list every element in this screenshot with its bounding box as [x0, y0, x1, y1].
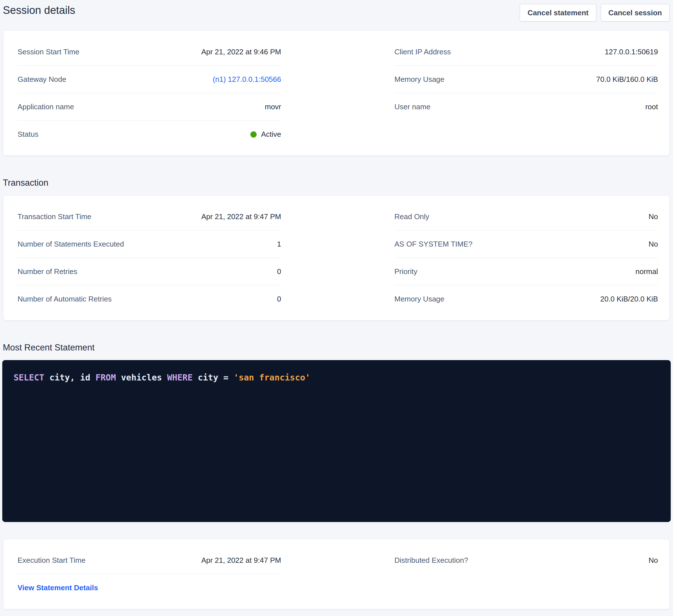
statements-executed-label: Number of Statements Executed	[18, 240, 124, 249]
gateway-node-link[interactable]: (n1) 127.0.0.1:50566	[213, 75, 281, 84]
transaction-card-right-column: Read Only No AS OF SYSTEM TIME? No Prior…	[395, 203, 658, 313]
cancel-statement-button[interactable]: Cancel statement	[520, 4, 596, 21]
automatic-retries-label: Number of Automatic Retries	[18, 295, 111, 303]
statements-executed-value: 1	[277, 240, 281, 249]
transaction-section-heading: Transaction	[3, 178, 673, 188]
execution-start-time-label: Execution Start Time	[18, 556, 85, 565]
page-header: Session details Cancel statement Cancel …	[0, 0, 673, 31]
status-label: Status	[18, 130, 38, 139]
sql-table-name: vehicles	[116, 372, 167, 382]
distributed-execution-value: No	[649, 556, 658, 565]
status-active-text: Active	[261, 130, 281, 139]
transaction-start-time-row: Transaction Start Time Apr 21, 2022 at 9…	[18, 203, 281, 231]
transaction-start-time-value: Apr 21, 2022 at 9:47 PM	[201, 212, 281, 221]
status-active-dot-icon	[250, 131, 257, 137]
sql-columns: city, id	[44, 372, 95, 382]
view-statement-details-row: View Statement Details	[18, 574, 281, 602]
user-name-label: User name	[395, 102, 431, 111]
read-only-row: Read Only No	[395, 203, 658, 231]
session-start-time-value: Apr 21, 2022 at 9:46 PM	[201, 48, 281, 56]
distributed-execution-label: Distributed Execution?	[395, 556, 468, 565]
as-of-system-time-row: AS OF SYSTEM TIME? No	[395, 231, 658, 258]
transaction-memory-usage-row: Memory Usage 20.0 KiB/20.0 KiB	[395, 285, 658, 313]
client-ip-value: 127.0.0.1:50619	[605, 48, 658, 56]
sql-condition: city =	[193, 372, 234, 382]
application-name-value: movr	[265, 102, 281, 111]
user-name-row: User name root	[395, 93, 658, 120]
session-card-right-column: Client IP Address 127.0.0.1:50619 Memory…	[395, 38, 658, 148]
client-ip-row: Client IP Address 127.0.0.1:50619	[395, 38, 658, 66]
application-name-row: Application name movr	[18, 93, 281, 120]
session-memory-usage-label: Memory Usage	[395, 75, 444, 84]
gateway-node-label: Gateway Node	[18, 75, 66, 84]
session-card-left-column: Session Start Time Apr 21, 2022 at 9:46 …	[18, 38, 281, 148]
read-only-value: No	[649, 212, 658, 221]
session-memory-usage-value: 70.0 KiB/160.0 KiB	[596, 75, 658, 84]
user-name-value: root	[645, 102, 658, 111]
header-buttons: Cancel statement Cancel session	[520, 4, 670, 21]
execution-card-right-column: Distributed Execution? No	[395, 547, 658, 602]
distributed-execution-row: Distributed Execution? No	[395, 547, 658, 574]
view-statement-details-link[interactable]: View Statement Details	[18, 583, 98, 592]
sql-statement-box: SELECT city, id FROM vehicles WHERE city…	[2, 360, 671, 522]
number-of-retries-row: Number of Retries 0	[18, 258, 281, 285]
automatic-retries-value: 0	[277, 295, 281, 303]
page-title: Session details	[3, 4, 75, 17]
read-only-label: Read Only	[395, 212, 429, 221]
statements-executed-row: Number of Statements Executed 1	[18, 231, 281, 258]
priority-row: Priority normal	[395, 258, 658, 285]
transaction-memory-usage-value: 20.0 KiB/20.0 KiB	[600, 295, 658, 303]
as-of-system-time-value: No	[649, 240, 658, 249]
execution-start-time-row: Execution Start Time Apr 21, 2022 at 9:4…	[18, 547, 281, 574]
cancel-session-button[interactable]: Cancel session	[601, 4, 670, 21]
transaction-memory-usage-label: Memory Usage	[395, 295, 444, 303]
most-recent-statement-heading: Most Recent Statement	[3, 342, 673, 353]
transaction-start-time-label: Transaction Start Time	[18, 212, 91, 221]
session-memory-usage-row: Memory Usage 70.0 KiB/160.0 KiB	[395, 66, 658, 93]
execution-start-time-value: Apr 21, 2022 at 9:47 PM	[201, 556, 281, 565]
session-details-card: Session Start Time Apr 21, 2022 at 9:46 …	[3, 31, 670, 156]
client-ip-label: Client IP Address	[395, 48, 451, 56]
sql-keyword-from: FROM	[95, 372, 116, 382]
sql-keyword-select: SELECT	[14, 372, 44, 382]
number-of-retries-value: 0	[277, 267, 281, 276]
application-name-label: Application name	[18, 102, 74, 111]
execution-card: Execution Start Time Apr 21, 2022 at 9:4…	[3, 539, 670, 609]
sql-keyword-where: WHERE	[167, 372, 193, 382]
gateway-node-row: Gateway Node (n1) 127.0.0.1:50566	[18, 66, 281, 93]
transaction-card-left-column: Transaction Start Time Apr 21, 2022 at 9…	[18, 203, 281, 313]
priority-value: normal	[636, 267, 658, 276]
execution-card-left-column: Execution Start Time Apr 21, 2022 at 9:4…	[18, 547, 281, 602]
priority-label: Priority	[395, 267, 418, 276]
transaction-card: Transaction Start Time Apr 21, 2022 at 9…	[3, 195, 670, 320]
status-value: Active	[250, 130, 281, 139]
sql-statement-text: SELECT city, id FROM vehicles WHERE city…	[14, 372, 659, 382]
status-row: Status Active	[18, 120, 281, 148]
session-start-time-label: Session Start Time	[18, 48, 79, 56]
session-start-time-row: Session Start Time Apr 21, 2022 at 9:46 …	[18, 38, 281, 66]
number-of-retries-label: Number of Retries	[18, 267, 77, 276]
sql-string-literal: 'san francisco'	[234, 372, 310, 382]
as-of-system-time-label: AS OF SYSTEM TIME?	[395, 240, 472, 249]
automatic-retries-row: Number of Automatic Retries 0	[18, 285, 281, 313]
